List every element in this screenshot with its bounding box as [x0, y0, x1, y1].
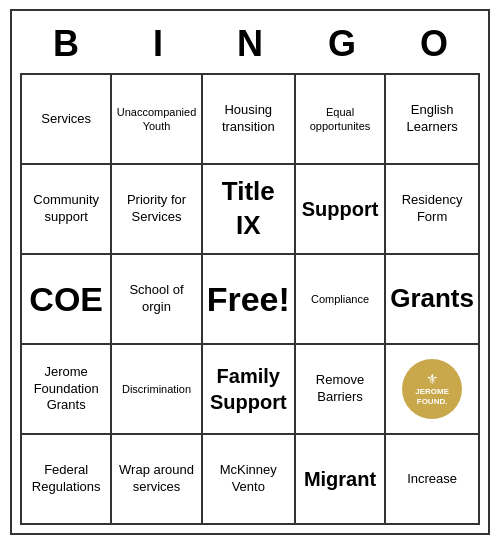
cell-20-text: Federal Regulations	[26, 462, 106, 496]
cell-10: COE	[22, 255, 112, 345]
bingo-card: B I N G O Services Unaccompanied Youth H…	[10, 9, 490, 535]
cell-15-text: Jerome Foundation Grants	[26, 364, 106, 415]
cell-1-text: Unaccompanied Youth	[116, 105, 196, 134]
cell-18-text: Remove Barriers	[300, 372, 380, 406]
cell-24: Increase	[386, 435, 480, 525]
bingo-header: B I N G O	[20, 19, 480, 69]
cell-13-text: Compliance	[311, 292, 369, 306]
cell-3-text: Equal opportunites	[300, 105, 380, 134]
cell-22-text: McKinney Vento	[207, 462, 290, 496]
cell-24-text: Increase	[407, 471, 457, 488]
cell-13: Compliance	[296, 255, 386, 345]
cell-0-text: Services	[41, 111, 91, 128]
cell-12-text: Free!	[207, 277, 290, 321]
cell-21: Wrap around services	[112, 435, 202, 525]
cell-2: Housing transition	[203, 75, 296, 165]
cell-2-text: Housing transition	[207, 102, 290, 136]
cell-5-text: Community support	[26, 192, 106, 226]
cell-5: Community support	[22, 165, 112, 255]
cell-21-text: Wrap around services	[116, 462, 196, 496]
cell-1: Unaccompanied Youth	[112, 75, 202, 165]
cell-16-text: Discrimination	[122, 382, 191, 396]
cell-22: McKinney Vento	[203, 435, 296, 525]
cell-0: Services	[22, 75, 112, 165]
cell-9: Residency Form	[386, 165, 480, 255]
jerome-logo-icon: ⚜	[426, 371, 439, 387]
cell-6: Priority for Services	[112, 165, 202, 255]
cell-7-text: Title IX	[207, 175, 290, 243]
cell-14-text: Grants	[390, 282, 474, 316]
cell-14: Grants	[386, 255, 480, 345]
bingo-grid: Services Unaccompanied Youth Housing tra…	[20, 73, 480, 525]
letter-b: B	[20, 19, 112, 69]
letter-g: G	[296, 19, 388, 69]
cell-23-text: Migrant	[304, 466, 376, 492]
letter-n: N	[204, 19, 296, 69]
cell-8-text: Support	[302, 196, 379, 222]
letter-o: O	[388, 19, 480, 69]
cell-7: Title IX	[203, 165, 296, 255]
jerome-logo-text: JEROMEFOUND.	[415, 387, 449, 406]
cell-16: Discrimination	[112, 345, 202, 435]
cell-19-logo: ⚜ JEROMEFOUND.	[386, 345, 480, 435]
cell-3: Equal opportunites	[296, 75, 386, 165]
cell-6-text: Priority for Services	[116, 192, 196, 226]
cell-11-text: School of orgin	[116, 282, 196, 316]
cell-11: School of orgin	[112, 255, 202, 345]
cell-4-text: English Learners	[390, 102, 474, 136]
cell-4: English Learners	[386, 75, 480, 165]
cell-15: Jerome Foundation Grants	[22, 345, 112, 435]
jerome-foundation-logo: ⚜ JEROMEFOUND.	[402, 359, 462, 419]
cell-9-text: Residency Form	[390, 192, 474, 226]
cell-8: Support	[296, 165, 386, 255]
cell-20: Federal Regulations	[22, 435, 112, 525]
cell-23: Migrant	[296, 435, 386, 525]
cell-10-text: COE	[29, 277, 103, 321]
letter-i: I	[112, 19, 204, 69]
cell-17: Family Support	[203, 345, 296, 435]
cell-17-text: Family Support	[207, 363, 290, 415]
cell-12-free: Free!	[203, 255, 296, 345]
cell-18: Remove Barriers	[296, 345, 386, 435]
